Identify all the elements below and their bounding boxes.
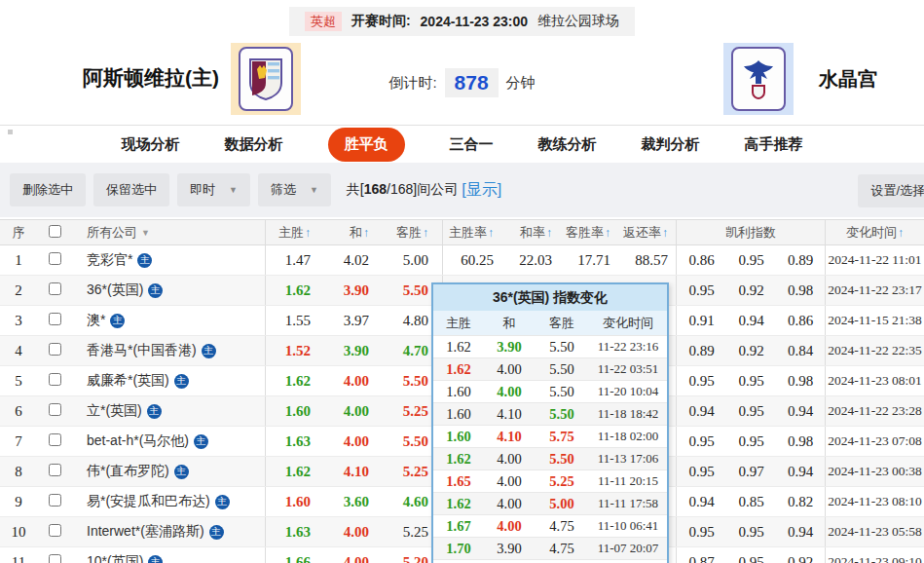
delete-selected-button[interactable]: 删除选中 — [10, 173, 86, 206]
kelly-lose: 0.98 — [776, 276, 826, 305]
change-time: 2024-11-23 09:10 — [826, 554, 924, 563]
popup-header-row: 主胜 和 客胜 变化时间 — [433, 311, 667, 335]
start-time-label: 开赛时间: — [351, 13, 411, 30]
company-cell[interactable]: 立*(英国)主 — [73, 396, 266, 426]
company-cell[interactable]: 36*(英国)主 — [73, 276, 266, 305]
row-checkbox[interactable] — [49, 524, 61, 537]
odds-win: 1.62 — [266, 282, 324, 299]
select-all-checkbox[interactable] — [49, 225, 61, 238]
col-draw-rate[interactable]: 和率↑ — [501, 224, 560, 242]
keep-selected-button[interactable]: 保留选中 — [93, 173, 169, 206]
change-time: 2024-11-22 23:17 — [826, 282, 924, 298]
popup-time: 11-18 18:42 — [589, 406, 667, 422]
col-lose-rate[interactable]: 客胜率↑ — [560, 224, 618, 242]
row-checkbox[interactable] — [49, 403, 61, 416]
sort-asc-icon: ↑ — [363, 226, 369, 240]
company-cell[interactable]: 伟*(直布罗陀)主 — [73, 457, 266, 486]
col-change-time[interactable]: 变化时间↑ — [826, 224, 924, 242]
col-lose-rate-label: 客胜率 — [566, 225, 604, 240]
count-value: 168 — [364, 181, 387, 197]
company-name: 香港马*(中国香港) — [87, 342, 197, 359]
odds-win: 1.47 — [266, 252, 324, 269]
popup-time: 11-11 17:58 — [589, 496, 667, 511]
filter-dropdown[interactable]: 筛选▼ — [258, 173, 331, 206]
col-win-rate[interactable]: 主胜率↑ — [443, 224, 501, 242]
analysis-tabs: 现场分析 数据分析 胜平负 三合一 教练分析 裁判分析 高手推荐 — [0, 126, 924, 163]
row-checkbox[interactable] — [49, 343, 61, 356]
return-rate: 88.57 — [618, 245, 677, 275]
row-checkbox[interactable] — [49, 373, 61, 386]
odds-win: 1.52 — [266, 343, 324, 359]
kelly-win: 0.94 — [677, 494, 726, 510]
popup-time: 11-18 02:00 — [589, 429, 667, 444]
row-checkbox-cell — [37, 433, 73, 449]
draw-rate: 22.03 — [501, 252, 560, 269]
row-checkbox[interactable] — [49, 252, 61, 265]
col-company[interactable]: 所有公司▼ — [73, 220, 266, 244]
countdown-label: 倒计时: — [388, 74, 436, 93]
company-cell[interactable]: 易*(安提瓜和巴布达)主 — [73, 487, 266, 516]
odds-win: 1.60 — [266, 494, 324, 510]
tab-win-draw-lose[interactable]: 胜平负 — [328, 128, 405, 162]
popup-row: 1.60 4.00 5.50 11-20 10:04 — [433, 380, 667, 402]
tab-three-in-one[interactable]: 三合一 — [450, 135, 494, 154]
tab-data-analysis[interactable]: 数据分析 — [225, 135, 283, 154]
col-return-rate[interactable]: 返还率↑ — [618, 220, 677, 244]
col-draw-label: 和 — [350, 225, 362, 240]
odds-win: 1.62 — [266, 464, 324, 480]
kelly-lose: 0.98 — [776, 427, 826, 456]
company-name: 36*(英国) — [87, 282, 143, 299]
company-name: 伟*(直布罗陀) — [87, 463, 169, 480]
company-count: 共[168/168]间公司 — [347, 181, 458, 199]
kelly-draw: 0.95 — [726, 524, 776, 541]
settings-select-button[interactable]: 设置/选择 — [858, 174, 924, 207]
row-seq: 9 — [0, 494, 37, 510]
company-cell[interactable]: 竞彩官*主 — [73, 245, 266, 275]
tab-live-analysis[interactable]: 现场分析 — [122, 135, 180, 154]
row-checkbox-cell — [37, 494, 73, 509]
company-cell[interactable]: 澳*主 — [73, 306, 266, 335]
tab-expert-picks[interactable]: 高手推荐 — [745, 135, 803, 154]
sort-asc-icon: ↑ — [305, 226, 311, 240]
company-cell[interactable]: 香港马*(中国香港)主 — [73, 336, 266, 365]
row-checkbox[interactable] — [49, 313, 61, 325]
odds-draw: 4.00 — [324, 433, 383, 450]
row-seq: 1 — [0, 252, 37, 269]
show-link[interactable]: [显示] — [462, 180, 501, 201]
odds-draw: 4.10 — [324, 464, 383, 480]
row-checkbox-cell — [37, 282, 73, 298]
company-cell[interactable]: Interwet*(塞浦路斯)主 — [73, 517, 266, 546]
tab-referee-analysis[interactable]: 裁判分析 — [642, 135, 700, 154]
home-badge-icon: 主 — [202, 344, 216, 358]
match-info-bar: 英超 开赛时间: 2024-11-23 23:00 维拉公园球场 — [0, 7, 924, 36]
row-checkbox[interactable] — [49, 554, 61, 563]
row-checkbox[interactable] — [49, 464, 61, 476]
popup-draw: 4.00 — [484, 384, 535, 400]
row-checkbox[interactable] — [49, 494, 61, 507]
col-lose[interactable]: 客胜↑ — [383, 220, 443, 244]
kelly-win: 0.95 — [677, 433, 726, 450]
col-draw[interactable]: 和↑ — [324, 224, 383, 242]
col-kelly: 凯利指数 — [677, 220, 826, 244]
popup-row: 1.62 4.00 5.00 11-11 17:58 — [433, 492, 667, 514]
row-checkbox[interactable] — [49, 433, 61, 446]
row-checkbox-cell — [37, 554, 73, 563]
company-name: 立*(英国) — [87, 402, 142, 420]
row-checkbox[interactable] — [49, 282, 61, 295]
countdown-value: 878 — [445, 68, 499, 97]
company-cell[interactable]: bet-at-h*(马尔他)主 — [73, 427, 266, 456]
kelly-win: 0.91 — [677, 313, 726, 329]
odds-history-popup: 36*(英国) 指数变化 主胜 和 客胜 变化时间 1.62 3.90 5.50… — [431, 282, 669, 563]
away-team-crest — [723, 43, 794, 115]
crystal-palace-logo-icon — [731, 47, 786, 111]
company-name: bet-at-h*(马尔他) — [87, 432, 189, 450]
live-odds-dropdown[interactable]: 即时▼ — [177, 173, 250, 206]
company-cell[interactable]: 10*(英国)主 — [73, 547, 266, 563]
tab-coach-analysis[interactable]: 教练分析 — [538, 135, 597, 154]
kelly-draw: 0.92 — [726, 343, 776, 359]
col-win[interactable]: 主胜↑ — [266, 224, 324, 242]
company-cell[interactable]: 威廉希*(英国)主 — [73, 366, 266, 395]
countdown-unit: 分钟 — [506, 74, 536, 93]
kelly-lose: 0.94 — [776, 517, 826, 546]
home-badge-icon: 主 — [148, 555, 163, 563]
